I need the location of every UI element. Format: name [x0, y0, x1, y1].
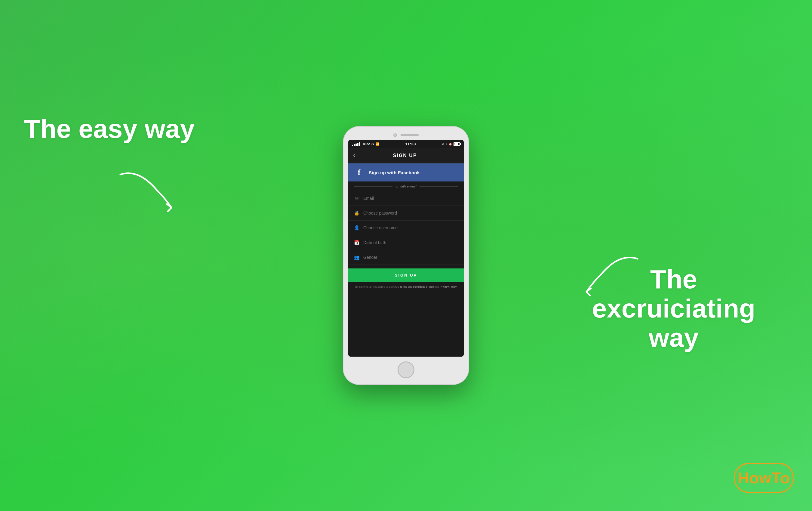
alarm-icon: ⏰: [449, 143, 452, 146]
speaker: [401, 134, 418, 136]
howto-badge: HowTo: [734, 463, 794, 493]
gender-placeholder: Gender: [363, 255, 377, 260]
facebook-signup-button[interactable]: f Sign up with Facebook: [348, 163, 464, 182]
password-placeholder: Choose password: [363, 211, 397, 215]
username-field[interactable]: 👤 Choose username: [348, 221, 464, 235]
location-icon: ⊕: [442, 143, 444, 146]
privacy-link[interactable]: Privacy Policy: [440, 285, 457, 288]
terms-link[interactable]: Terms and conditions of Use: [400, 285, 434, 288]
screen-title: SIGN UP: [360, 153, 450, 158]
battery-icon: [454, 142, 460, 146]
back-button[interactable]: ‹: [353, 152, 355, 160]
divider-line-left: [354, 186, 393, 187]
left-arrow: [114, 165, 180, 214]
phone-bottom: [348, 357, 464, 381]
status-bar: Tele2 LV 📶 11:33 ⊕ ↑ ⏰: [348, 140, 464, 148]
signup-button[interactable]: SIGN UP: [348, 268, 464, 282]
email-icon: ✉: [354, 195, 360, 201]
carrier-label: Tele2 LV: [362, 142, 374, 146]
signup-button-label: SIGN UP: [395, 273, 417, 277]
dob-field[interactable]: 📅 Date of birth: [348, 235, 464, 250]
excruciating-way-label: The excruiciating way: [572, 265, 776, 352]
signal-icon: [352, 142, 360, 146]
divider-label: or with e-mail: [396, 185, 416, 188]
status-time: 11:33: [405, 142, 416, 146]
dob-placeholder: Date of birth: [363, 240, 386, 245]
carrier-info: Tele2 LV 📶: [352, 142, 379, 146]
phone-mockup: Tele2 LV 📶 11:33 ⊕ ↑ ⏰ ‹ SIGN UP: [343, 126, 469, 385]
terms-text: By signing up, you agree to Spotify's Te…: [348, 282, 464, 292]
howto-label: HowTo: [738, 469, 790, 487]
gender-field[interactable]: 👥 Gender: [348, 250, 464, 265]
phone-screen: Tele2 LV 📶 11:33 ⊕ ↑ ⏰ ‹ SIGN UP: [348, 140, 464, 357]
lock-icon: 🔒: [354, 210, 360, 216]
email-field[interactable]: ✉ Email: [348, 191, 464, 206]
email-placeholder: Email: [363, 196, 374, 201]
screen-content: f Sign up with Facebook or with e-mail ✉…: [348, 163, 464, 357]
password-field[interactable]: 🔒 Choose password: [348, 206, 464, 221]
home-button[interactable]: [398, 361, 414, 378]
phone-top: [348, 132, 464, 140]
wifi-icon: 📶: [376, 142, 379, 146]
arrow-icon: ↑: [446, 143, 447, 146]
facebook-icon: f: [354, 168, 364, 177]
phone-body: Tele2 LV 📶 11:33 ⊕ ↑ ⏰ ‹ SIGN UP: [343, 126, 469, 385]
gender-icon: 👥: [354, 254, 360, 260]
front-camera: [394, 133, 397, 137]
facebook-button-label: Sign up with Facebook: [369, 170, 420, 175]
user-icon: 👤: [354, 225, 360, 231]
calendar-icon: 📅: [354, 240, 360, 246]
divider-line-right: [419, 186, 458, 187]
navigation-bar: ‹ SIGN UP: [348, 148, 464, 163]
email-divider: or with e-mail: [348, 182, 464, 191]
username-placeholder: Choose username: [363, 225, 398, 230]
status-right: ⊕ ↑ ⏰: [442, 142, 460, 146]
easy-way-label: The easy way: [24, 114, 195, 143]
